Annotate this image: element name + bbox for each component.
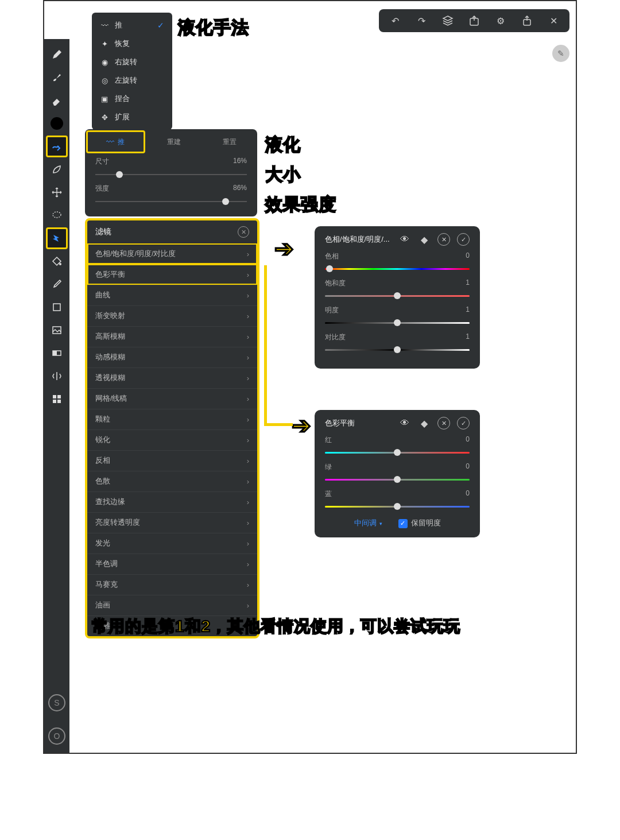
size-slider[interactable] [95,170,247,179]
eye-icon[interactable]: 👁 [398,417,411,429]
chevron-right-icon: › [247,415,249,424]
filter-item[interactable]: 色彩平衡› [87,264,257,285]
fx-tool-icon[interactable] [46,227,68,249]
filter-item[interactable]: 锐化› [87,429,257,450]
tab-push[interactable]: 推 [86,130,145,153]
filter-item[interactable]: 查找边缘› [87,491,257,512]
liquify-tool-icon[interactable] [46,136,68,157]
annotation-liquify-method: 液化手法 [178,16,249,40]
filter-item[interactable]: 网格/线稿› [87,388,257,409]
menu-label: 推 [115,20,122,30]
filter-label: 马赛克 [95,580,118,590]
size-value: 16% [233,157,247,167]
annotation-strength: 效果强度 [265,193,336,216]
leaf-tool-icon[interactable] [46,158,68,180]
filters-close-icon[interactable]: ✕ [238,226,249,238]
redo-icon[interactable]: ↷ [414,14,428,28]
strength-slider[interactable] [95,197,247,206]
annotation-liquify: 液化 [265,133,301,157]
gradient-tool-icon[interactable] [46,342,68,364]
grid-tool-icon[interactable] [46,388,68,410]
share-icon[interactable] [520,14,534,28]
shape-tool-icon[interactable] [46,296,68,318]
tab-rebuild[interactable]: 重建 [146,137,202,147]
lasso-tool-icon[interactable] [46,204,68,226]
filter-label: 反相 [95,456,110,466]
push-icon: 〰 [100,21,109,30]
filter-label: 油画 [95,601,110,610]
left-toolbar: S O [44,39,69,753]
adj-slider[interactable] [325,346,470,354]
filter-item[interactable]: 透视模糊› [87,367,257,388]
layers-icon[interactable]: ◆ [418,417,431,429]
confirm-icon[interactable]: ✓ [457,233,470,246]
move-tool-icon[interactable] [46,181,68,203]
adj-slider[interactable] [325,265,470,273]
color-tool-icon[interactable] [46,113,68,134]
layers-icon[interactable]: ◆ [418,233,431,246]
liquify-push[interactable]: 〰推✓ [92,16,172,34]
filter-item[interactable]: 油画› [87,595,257,616]
undo-icon[interactable]: ↶ [388,14,402,28]
close-icon[interactable]: ✕ [547,14,560,28]
filter-item[interactable]: 半色调› [87,553,257,574]
tab-reset[interactable]: 重置 [202,137,257,147]
liquify-expand[interactable]: ✥扩展 [92,108,172,126]
top-toolbar: ↶ ↷ ⚙ ✕ [379,9,569,32]
filter-item[interactable]: 亮度转透明度› [87,512,257,533]
rotate-left-icon: ◎ [100,76,109,85]
filter-label: 渐变映射 [95,311,125,321]
filter-item[interactable]: 曲线› [87,285,257,305]
image-tool-icon[interactable] [46,319,68,341]
adj-slider[interactable] [325,292,470,300]
tone-dropdown[interactable]: 中间调▾ [354,518,382,528]
svg-rect-11 [57,400,61,403]
chevron-right-icon: › [247,456,249,465]
adj-slider[interactable] [325,475,470,483]
eraser-tool-icon[interactable] [46,90,68,111]
mirror-tool-icon[interactable] [46,365,68,387]
filter-item[interactable]: 色散› [87,471,257,491]
cancel-icon[interactable]: ✕ [437,417,450,429]
settings-icon[interactable]: ⚙ [494,14,507,28]
eye-icon[interactable]: 👁 [398,233,411,246]
export-icon[interactable] [467,14,481,28]
edit-fab-icon[interactable]: ✎ [552,45,569,62]
s-button[interactable]: S [48,694,65,711]
filter-label: 颗粒 [95,415,110,424]
chevron-right-icon: › [247,291,249,300]
pencil-tool-icon[interactable] [46,44,68,65]
filter-item[interactable]: 色相/饱和度/明度/对比度› [87,243,257,264]
adj-label: 红 [325,435,332,445]
adj-slider[interactable] [325,502,470,510]
filter-label: 锐化 [95,435,110,445]
menu-label: 捏合 [115,94,130,104]
filter-item[interactable]: 动感模糊› [87,347,257,367]
cancel-icon[interactable]: ✕ [437,233,450,246]
adj-slider[interactable] [325,319,470,327]
confirm-icon[interactable]: ✓ [457,417,470,429]
filter-item[interactable]: 发光› [87,533,257,553]
filter-item[interactable]: 颗粒› [87,409,257,429]
liquify-pinch[interactable]: ▣捏合 [92,90,172,108]
filter-item[interactable]: 高斯模糊› [87,326,257,347]
svg-rect-8 [53,395,56,398]
layers-icon[interactable] [441,14,455,28]
filter-item[interactable]: 反相› [87,450,257,471]
hsb-panel: 色相/饱和度/明度/... 👁 ◆ ✕ ✓ 色相0饱和度1明度1对比度1 [315,226,480,369]
liquify-restore[interactable]: ✦恢复 [92,34,172,53]
fill-tool-icon[interactable] [46,250,68,272]
arrow-icon: ➔ [292,412,311,439]
filter-item[interactable]: 渐变映射› [87,305,257,326]
chevron-right-icon: › [247,332,249,341]
adj-slider[interactable] [325,448,470,456]
preserve-lum-checkbox[interactable]: ✓保留明度 [398,518,441,528]
liquify-rotate-right[interactable]: ◉右旋转 [92,53,172,71]
liquify-method-menu: 〰推✓ ✦恢复 ◉右旋转 ◎左旋转 ▣捏合 ✥扩展 [92,13,172,130]
o-button[interactable]: O [48,727,65,745]
liquify-rotate-left[interactable]: ◎左旋转 [92,71,172,90]
eyedropper-tool-icon[interactable] [46,273,68,295]
chevron-right-icon: › [247,601,249,610]
brush-tool-icon[interactable] [46,67,68,88]
filter-item[interactable]: 马赛克› [87,574,257,595]
